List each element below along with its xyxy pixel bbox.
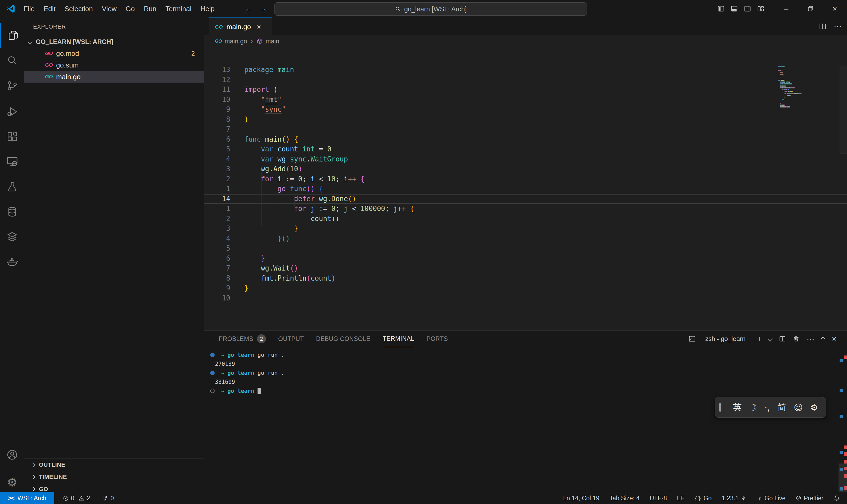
section-timeline[interactable]: TIMELINE bbox=[24, 471, 204, 483]
forward-arrow-icon[interactable]: → bbox=[259, 4, 267, 13]
go-version[interactable]: 1.23.1 bbox=[722, 495, 746, 502]
code-line: 1 go func() { bbox=[204, 184, 847, 194]
terminal-dropdown-icon[interactable] bbox=[768, 337, 773, 341]
menu-edit[interactable]: Edit bbox=[39, 0, 60, 17]
code-editor[interactable]: 13package main1211import (10 "fmt"9 "syn… bbox=[204, 48, 847, 330]
section-outline[interactable]: OUTLINE bbox=[24, 458, 204, 471]
split-editor-icon[interactable] bbox=[819, 23, 826, 30]
breadcrumb-file[interactable]: main.go bbox=[224, 38, 247, 45]
ime-drag-handle[interactable] bbox=[719, 403, 721, 412]
terminal-command-mark bbox=[840, 451, 843, 454]
broadcast-icon bbox=[756, 495, 762, 501]
file-row-go.sum[interactable]: GOgo.sum bbox=[24, 59, 204, 71]
source-control-icon[interactable] bbox=[0, 74, 24, 98]
terminal-session-label[interactable]: zsh - go_learn bbox=[705, 335, 745, 343]
ime-punctuation-icon[interactable]: ·, bbox=[764, 402, 770, 413]
go-live[interactable]: Go Live bbox=[756, 495, 786, 502]
notifications-bell-icon[interactable] bbox=[833, 495, 840, 502]
project-folder-row[interactable]: GO_LEARN [WSL: ARCH] bbox=[24, 36, 204, 48]
ports-status[interactable]: 0 bbox=[102, 495, 114, 502]
database-icon[interactable] bbox=[0, 200, 24, 224]
customize-layout-icon[interactable] bbox=[757, 5, 764, 13]
panel-tab-terminal[interactable]: TERMINAL bbox=[383, 330, 415, 347]
prompt-decoration-icon[interactable] bbox=[210, 389, 215, 393]
ime-settings-gear-icon[interactable]: ⚙ bbox=[810, 402, 818, 413]
code-line: 4 }() bbox=[204, 234, 847, 244]
breadcrumbs: GO main.go › main bbox=[204, 35, 847, 48]
split-terminal-icon[interactable] bbox=[779, 336, 786, 342]
file-row-main.go[interactable]: GOmain.go bbox=[24, 71, 204, 83]
ime-emoji-icon[interactable]: ☺ bbox=[794, 402, 803, 413]
search-placeholder: go_learn [WSL: Arch] bbox=[404, 5, 467, 13]
command-decoration-icon[interactable] bbox=[210, 353, 215, 357]
testing-icon[interactable] bbox=[0, 175, 24, 199]
menu-go[interactable]: Go bbox=[121, 0, 140, 17]
editor-scrollbar[interactable] bbox=[840, 66, 847, 154]
minimize-button[interactable]: – bbox=[774, 0, 798, 17]
section-label: OUTLINE bbox=[39, 462, 65, 468]
new-terminal-icon[interactable]: + bbox=[757, 336, 762, 341]
panel-tab-output[interactable]: OUTPUT bbox=[278, 330, 304, 347]
menu-view[interactable]: View bbox=[97, 0, 121, 17]
menu-terminal[interactable]: Terminal bbox=[161, 0, 196, 17]
menu-file[interactable]: File bbox=[19, 0, 39, 17]
remote-indicator[interactable]: >< WSL: Arch bbox=[0, 492, 54, 504]
history-arrows: ← → bbox=[245, 0, 267, 17]
explorer-icon[interactable] bbox=[0, 23, 25, 48]
kill-terminal-trash-icon[interactable] bbox=[793, 336, 799, 342]
extensions-icon[interactable] bbox=[0, 124, 24, 149]
menu-selection[interactable]: Selection bbox=[60, 0, 97, 17]
remote-explorer-icon[interactable] bbox=[0, 149, 24, 174]
code-line: 2 for i := 0; i < 10; i++ { bbox=[204, 174, 847, 184]
layers-icon[interactable] bbox=[0, 224, 24, 249]
accounts-icon[interactable] bbox=[0, 443, 24, 467]
panel-tab-debug-console[interactable]: DEBUG CONSOLE bbox=[316, 330, 371, 347]
terminal-scrollbar[interactable] bbox=[839, 464, 847, 492]
panel-tab-ports[interactable]: PORTS bbox=[427, 330, 448, 347]
run-debug-icon[interactable] bbox=[0, 100, 24, 124]
close-window-button[interactable]: × bbox=[823, 0, 847, 17]
ime-items: 英☽·,简☺⚙ bbox=[725, 401, 826, 413]
code-line: 2 count++ bbox=[204, 214, 847, 224]
back-arrow-icon[interactable]: ← bbox=[245, 4, 253, 13]
toggle-sidebar-icon[interactable] bbox=[717, 5, 725, 13]
tab-size[interactable]: Tab Size: 4 bbox=[610, 495, 640, 502]
problems-status[interactable]: 0 2 bbox=[63, 495, 90, 502]
command-center-search[interactable]: go_learn [WSL: Arch] bbox=[274, 2, 587, 16]
maximize-panel-icon[interactable] bbox=[821, 337, 826, 341]
command-decoration-icon[interactable] bbox=[210, 371, 215, 375]
search-sidebar-icon[interactable] bbox=[0, 48, 24, 73]
settings-gear-icon[interactable]: ⚙ bbox=[0, 470, 24, 494]
panel-tab-problems[interactable]: PROBLEMS2 bbox=[219, 330, 266, 347]
encoding[interactable]: UTF-8 bbox=[650, 495, 667, 502]
remote-icon: >< bbox=[8, 494, 14, 502]
section-label: TIMELINE bbox=[39, 473, 67, 481]
code-line: 10 "fmt" bbox=[204, 95, 847, 105]
terminal-output[interactable]: → go_learn go run .270139→ go_learn go r… bbox=[204, 350, 840, 395]
close-panel-icon[interactable]: × bbox=[832, 334, 836, 343]
language-mode[interactable]: {} Go bbox=[694, 495, 711, 502]
ime-language-toggle[interactable]: 英 bbox=[733, 401, 742, 413]
go-file-icon: GO bbox=[215, 39, 222, 44]
tab-close-icon[interactable]: × bbox=[257, 23, 261, 31]
status-bar: >< WSL: Arch 0 2 0 Ln 14, Col 19 Tab Siz… bbox=[0, 492, 847, 504]
editor-more-actions-icon[interactable]: ⋯ bbox=[834, 22, 842, 31]
toggle-secondary-sidebar-icon[interactable] bbox=[744, 5, 751, 13]
cursor-position[interactable]: Ln 14, Col 19 bbox=[563, 495, 599, 502]
breadcrumb-symbol[interactable]: main bbox=[266, 38, 279, 45]
eol[interactable]: LF bbox=[677, 495, 684, 502]
panel-more-actions-icon[interactable]: ⋯ bbox=[807, 334, 814, 344]
ime-fullhalf-moon-icon[interactable]: ☽ bbox=[749, 402, 757, 413]
menu-run[interactable]: Run bbox=[139, 0, 161, 17]
tab-main-go[interactable]: GO main.go × bbox=[209, 17, 272, 36]
indent-guide bbox=[278, 177, 278, 216]
menu-help[interactable]: Help bbox=[196, 0, 219, 17]
docker-icon[interactable] bbox=[0, 249, 24, 274]
restore-button[interactable] bbox=[798, 0, 823, 17]
ime-simplified-toggle[interactable]: 简 bbox=[777, 401, 786, 413]
terminal-cursor bbox=[257, 388, 261, 394]
go-file-icon: GO bbox=[45, 51, 56, 56]
prettier-status[interactable]: Prettier bbox=[796, 495, 824, 502]
file-row-go.mod[interactable]: GOgo.mod2 bbox=[24, 48, 204, 59]
toggle-panel-icon[interactable] bbox=[731, 5, 738, 13]
